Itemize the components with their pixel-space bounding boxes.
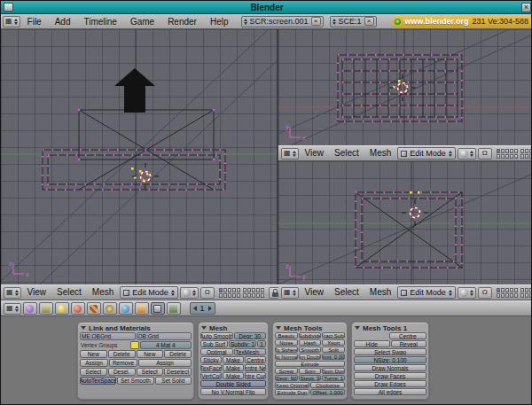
pivot-button[interactable]: Ω: [200, 287, 215, 299]
menu-mesh[interactable]: Mesh: [88, 285, 118, 300]
sticky-make-button[interactable]: Make: [223, 356, 244, 363]
draw-type-button[interactable]: [180, 287, 199, 299]
sticky-label-button[interactable]: Sticky: [200, 356, 222, 363]
material-button[interactable]: [71, 302, 85, 315]
script-context-button[interactable]: [39, 302, 53, 315]
menu-select[interactable]: Select: [330, 146, 364, 160]
layer-group-2[interactable]: [520, 288, 532, 298]
page-prev-icon[interactable]: [193, 306, 197, 311]
steps-field[interactable]: Steps: 9: [299, 375, 322, 381]
fract-subd-button[interactable]: Fract Subd: [322, 332, 345, 339]
layer-buttons[interactable]: [497, 288, 532, 298]
material-index-button[interactable]: 4 Mat 4: [140, 341, 192, 349]
pivot-button[interactable]: Ω: [478, 287, 492, 299]
draw-type-button[interactable]: [458, 287, 476, 299]
rem-doubles-button[interactable]: Rem Doubles: [299, 354, 322, 360]
radiosity-button[interactable]: [103, 302, 117, 315]
material-assign-button[interactable]: Assign: [138, 359, 192, 367]
split-button[interactable]: Split: [322, 347, 345, 353]
hash-button[interactable]: Hash: [299, 339, 322, 346]
object-context-button[interactable]: [135, 302, 149, 315]
mode-dropdown[interactable]: Edit Mode: [120, 286, 178, 299]
material-new-button[interactable]: New: [137, 350, 164, 358]
no-vnormal-flip-toggle[interactable]: No V.Normal Flip: [200, 388, 266, 395]
menu-file[interactable]: File: [21, 14, 48, 29]
mode-dropdown[interactable]: Edit Mode: [397, 147, 456, 160]
offset-field[interactable]: Offset: 1.000: [310, 389, 345, 395]
window-type-button[interactable]: ▦: [4, 287, 21, 299]
autotexspace-toggle[interactable]: AutoTexSpace: [80, 377, 116, 385]
degr-field[interactable]: Degr: 30: [234, 332, 267, 339]
extrude-button[interactable]: Extrude: [275, 361, 345, 367]
viewport-top[interactable]: yx: [278, 29, 532, 145]
window-type-button[interactable]: ▦: [281, 148, 299, 160]
flip-normals-button[interactable]: Flip Normals: [275, 354, 298, 360]
material-delete-button[interactable]: Delete: [164, 350, 192, 358]
vertcol-make-button[interactable]: Make: [223, 372, 244, 379]
logic-context-button[interactable]: [23, 302, 37, 315]
screw-button[interactable]: Screw: [275, 368, 298, 374]
menu-view[interactable]: View: [301, 146, 329, 160]
draw-type-button[interactable]: [458, 148, 476, 160]
spin-button[interactable]: Spin: [299, 368, 322, 374]
menu-mesh[interactable]: Mesh: [365, 146, 395, 160]
layer-group-2[interactable]: [520, 149, 532, 159]
vgroup-deselect-button[interactable]: Desel.: [108, 368, 136, 376]
extrude-dup-button[interactable]: Extrude Dup: [275, 389, 309, 395]
viewport-side[interactable]: zy: [278, 161, 532, 284]
vgroup-assign-button[interactable]: Assign: [80, 359, 108, 367]
menu-view[interactable]: View: [23, 285, 51, 300]
centre-cursor-button[interactable]: Centre Cursor: [245, 372, 266, 379]
draw-faces-toggle[interactable]: Draw Faces: [354, 372, 426, 379]
menu-add[interactable]: Add: [49, 14, 77, 29]
menu-view[interactable]: View: [301, 285, 329, 300]
world-button[interactable]: [119, 302, 133, 315]
smooth-button[interactable]: Smooth: [299, 347, 322, 353]
object-name-field[interactable]: OB:Grid: [137, 332, 192, 340]
vgroup-select-button[interactable]: Select: [80, 368, 107, 376]
vgroup-new-button[interactable]: New: [80, 350, 107, 358]
centre-new-button[interactable]: Centre New: [245, 364, 266, 371]
layer-group-1[interactable]: [219, 288, 240, 298]
texface-label-button[interactable]: TexFace: [200, 364, 222, 371]
window-type-button[interactable]: ▦: [3, 16, 20, 27]
scene-delete-button[interactable]: ×: [364, 17, 374, 26]
page-next-icon[interactable]: [208, 306, 212, 311]
nsize-field[interactable]: NSize: 0.100: [354, 356, 426, 363]
spin-dup-button[interactable]: Spin Dup: [322, 368, 345, 374]
close-button[interactable]: ×: [521, 3, 531, 12]
material-color-swatch[interactable]: [130, 341, 139, 349]
screen-delete-button[interactable]: ×: [311, 17, 321, 26]
subdiv-field[interactable]: Subdiv: 1: [229, 340, 256, 347]
menu-game[interactable]: Game: [124, 14, 160, 29]
vgroup-remove-button[interactable]: Remove: [109, 359, 137, 367]
set-smooth-button[interactable]: Set Smooth: [117, 377, 153, 385]
editing-context-button[interactable]: [151, 302, 165, 315]
menu-render[interactable]: Render: [161, 14, 203, 29]
keep-original-toggle[interactable]: Keep Original: [275, 382, 309, 388]
window-type-button[interactable]: ▦: [4, 303, 21, 315]
reveal-button[interactable]: Reveal: [391, 340, 427, 347]
menu-select[interactable]: Select: [52, 285, 86, 300]
panel-header[interactable]: Mesh Tools: [275, 323, 345, 332]
layer-group-2[interactable]: [243, 288, 264, 298]
noise-button[interactable]: Noise: [275, 339, 298, 346]
material-deselect-button[interactable]: Deselect: [164, 368, 192, 376]
select-swap-button[interactable]: Select Swap: [354, 348, 426, 355]
subdivide-button[interactable]: Subdivide: [299, 332, 322, 339]
texmesh-field[interactable]: TexMesh:: [234, 348, 267, 355]
clockwise-toggle[interactable]: Clockwise: [310, 382, 345, 388]
all-edges-toggle[interactable]: All edges: [354, 388, 426, 395]
window-menu-icon[interactable]: [4, 3, 13, 12]
mesh-name-field[interactable]: ME:OBGrid: [80, 332, 136, 340]
material-select-button[interactable]: Select: [137, 368, 164, 376]
panel-header[interactable]: Link and Materials: [80, 323, 192, 332]
auto-smooth-toggle[interactable]: Auto Smooth: [200, 332, 233, 339]
turns-field[interactable]: Turns: 1: [322, 375, 345, 381]
blender-org-link[interactable]: www.blender.org: [404, 17, 468, 26]
hide-button[interactable]: Hide: [354, 340, 390, 347]
mode-dropdown[interactable]: Edit Mode: [397, 286, 456, 299]
texface-make-button[interactable]: Make: [223, 364, 244, 371]
screen-selector[interactable]: SCR:screen.001 ×: [241, 16, 324, 27]
subdiv-render-field[interactable]: 1: [257, 340, 266, 347]
